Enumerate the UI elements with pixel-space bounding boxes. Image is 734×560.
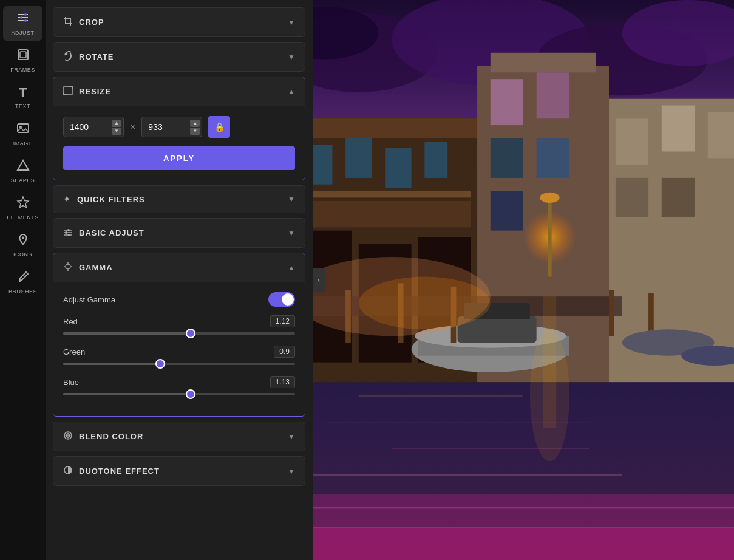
sidebar-item-shapes[interactable]: SHAPES [3, 154, 42, 188]
blue-slider-fill [63, 393, 191, 395]
resize-label: RESIZE [79, 87, 111, 96]
duotone-effect-label: DUOTONE EFFECT [79, 466, 160, 476]
svg-point-95 [530, 329, 569, 461]
svg-point-93 [359, 277, 491, 330]
sidebar-item-adjust-label: ADJUST [11, 30, 34, 36]
icons-icon [16, 233, 30, 249]
gamma-label: GAMMA [79, 263, 113, 272]
green-slider-track[interactable] [63, 363, 295, 365]
basic-adjust-chevron-icon: ▼ [288, 229, 295, 237]
height-decrement-button[interactable]: ▼ [190, 128, 200, 135]
sidebar-item-text[interactable]: T TEXT [3, 80, 42, 114]
sidebar-item-adjust[interactable]: ADJUST [3, 6, 42, 41]
sidebar-item-icons[interactable]: ICONS [3, 228, 42, 262]
blue-slider-thumb[interactable] [186, 389, 195, 399]
blend-color-icon [63, 431, 73, 442]
quick-filters-section-header[interactable]: ✦ QUICK FILTERS ▼ [53, 185, 305, 213]
gamma-chevron-icon: ▲ [288, 264, 295, 272]
resize-section: RESIZE ▲ ▲ ▼ × ▲ ▼ [53, 77, 305, 180]
svg-rect-57 [385, 148, 411, 188]
sidebar-item-shapes-label: SHAPES [11, 177, 35, 183]
crop-label: CROP [79, 18, 104, 27]
svg-rect-5 [24, 19, 27, 22]
crop-icon [63, 16, 73, 28]
svg-rect-73 [662, 178, 695, 217]
sidebar-item-text-label: TEXT [15, 103, 30, 109]
svg-rect-55 [313, 145, 332, 185]
blue-slider-track[interactable] [63, 393, 295, 395]
panel-collapse-button[interactable]: ‹ [313, 268, 325, 292]
resize-section-header[interactable]: RESIZE ▲ [53, 77, 305, 106]
svg-rect-60 [313, 201, 471, 227]
svg-rect-70 [662, 106, 695, 152]
red-channel: Red 1.12 [63, 315, 295, 335]
crop-section-header[interactable]: CROP ▼ [53, 7, 305, 37]
resize-chevron-icon: ▲ [288, 87, 295, 96]
green-value: 0.9 [274, 346, 295, 358]
svg-marker-10 [18, 160, 29, 170]
rotate-icon [63, 51, 73, 63]
red-slider-thumb[interactable] [186, 329, 195, 338]
width-increment-button[interactable]: ▲ [112, 120, 121, 127]
red-value: 1.12 [270, 315, 295, 327]
crop-chevron-icon: ▼ [288, 18, 295, 27]
resize-inputs: ▲ ▼ × ▲ ▼ 🔒 [63, 116, 295, 138]
svg-rect-86 [609, 290, 614, 336]
green-channel: Green 0.9 [63, 346, 295, 365]
rotate-chevron-icon: ▼ [288, 53, 295, 61]
blend-color-section-header[interactable]: BLEND COLOR ▼ [53, 422, 305, 451]
frames-icon [16, 48, 30, 64]
svg-rect-71 [708, 112, 734, 158]
svg-rect-8 [18, 124, 29, 132]
aspect-lock-button[interactable]: 🔒 [208, 116, 230, 138]
svg-point-18 [65, 231, 67, 234]
gamma-section: GAMMA ▲ Adjust Gamma Red 1.12 [53, 253, 305, 417]
sidebar-item-elements-label: ELEMENTS [7, 214, 39, 220]
canvas-area: ‹ [313, 0, 734, 560]
svg-rect-69 [616, 118, 648, 165]
svg-rect-51 [313, 118, 477, 138]
sidebar-item-image[interactable]: IMAGE [3, 117, 42, 151]
svg-rect-91 [313, 527, 734, 560]
sidebar-item-frames[interactable]: FRAMES [3, 43, 42, 78]
basic-adjust-label: BASIC ADJUST [79, 228, 144, 237]
svg-rect-59 [313, 191, 471, 198]
svg-rect-4 [20, 16, 22, 19]
width-input-wrap: ▲ ▼ [63, 117, 124, 137]
green-slider-fill [63, 363, 160, 365]
resize-separator: × [130, 121, 135, 132]
sidebar-item-icons-label: ICONS [13, 251, 32, 258]
duotone-effect-section-header[interactable]: DUOTONE EFFECT ▼ [53, 456, 305, 486]
blue-channel: Blue 1.13 [63, 376, 295, 395]
sidebar-item-brushes[interactable]: BRUSHES [3, 265, 42, 299]
adjust-gamma-label: Adjust Gamma [63, 295, 115, 304]
quick-filters-chevron-icon: ▼ [288, 195, 295, 203]
width-decrement-button[interactable]: ▼ [112, 128, 121, 135]
duotone-icon [63, 465, 73, 477]
svg-point-12 [22, 237, 24, 239]
basic-adjust-section-header[interactable]: BASIC ADJUST ▼ [53, 218, 305, 248]
gamma-section-header[interactable]: GAMMA ▲ [53, 253, 305, 282]
svg-rect-13 [64, 86, 72, 95]
svg-rect-75 [548, 197, 552, 276]
blue-label: Blue [63, 378, 79, 387]
height-increment-button[interactable]: ▲ [190, 120, 200, 127]
sidebar-item-elements[interactable]: ELEMENTS [3, 191, 42, 225]
svg-rect-62 [491, 53, 596, 73]
resize-apply-button[interactable]: APPLY [63, 146, 295, 170]
green-slider-thumb[interactable] [155, 359, 165, 369]
brushes-icon [16, 270, 30, 286]
resize-body: ▲ ▼ × ▲ ▼ 🔒 APPLY [53, 106, 305, 180]
quick-filters-label: QUICK FILTERS [77, 195, 145, 204]
svg-point-20 [66, 264, 70, 269]
duotone-chevron-icon: ▼ [288, 467, 295, 476]
adjust-gamma-toggle[interactable] [268, 292, 295, 307]
gamma-icon [63, 262, 73, 273]
svg-point-76 [540, 193, 560, 203]
canvas-image [313, 0, 734, 560]
adjust-gamma-row: Adjust Gamma [63, 292, 295, 307]
rotate-section-header[interactable]: ROTATE ▼ [53, 42, 305, 72]
icon-sidebar: ADJUST FRAMES T TEXT IMAGE SHA [0, 0, 46, 560]
red-slider-track[interactable] [63, 332, 295, 335]
svg-point-19 [68, 234, 70, 236]
